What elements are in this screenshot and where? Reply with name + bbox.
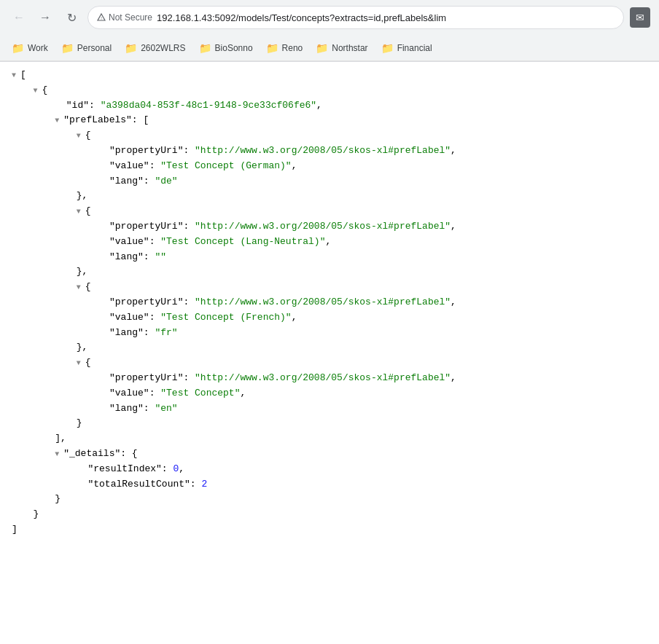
pl0-val: "Test Concept (German)": [160, 160, 291, 171]
pl1-uri-value: "http://www.w3.org/2008/05/skos-xl#prefL…: [195, 221, 451, 232]
object-close: }: [12, 507, 647, 522]
pl0-close: },: [12, 189, 647, 204]
json-viewer: [ { "id": "a398da04-853f-48c1-9148-9ce33…: [0, 62, 659, 644]
pl0-lang-val: "de": [155, 176, 177, 186]
preflabels-key: "prefLabels": [: [12, 113, 647, 128]
pl0-toggle[interactable]: [77, 130, 85, 142]
bookmark-personal[interactable]: 📁 Personal: [55, 39, 117, 57]
bookmark-biosonno[interactable]: 📁 BioSonno: [193, 39, 259, 57]
not-secure-label: Not Secure: [109, 12, 152, 23]
bookmark-work[interactable]: 📁 Work: [6, 39, 54, 57]
id-value: "a398da04-853f-48c1-9148-9ce33cf06fe6": [101, 100, 316, 111]
folder-icon: 📁: [316, 42, 328, 54]
obj-toggle[interactable]: [34, 85, 42, 97]
pl1-toggle[interactable]: [77, 206, 85, 218]
details-toggle[interactable]: [55, 449, 63, 460]
preflabel-1-open: {: [12, 204, 647, 219]
pl3-close: }: [12, 416, 647, 431]
result-index-field: "resultIndex": 0,: [12, 462, 647, 477]
details-key: "_details": {: [12, 447, 647, 462]
folder-icon: 📁: [199, 42, 211, 54]
reload-button[interactable]: ↻: [61, 7, 82, 28]
pl2-val: "Test Concept (French)": [160, 312, 291, 323]
preflabels-close: ],: [12, 431, 647, 447]
preflabel-2-open: {: [12, 280, 647, 295]
pl2-close: },: [12, 340, 647, 356]
pl2-lang-val: "fr": [155, 327, 177, 338]
warning-icon: !: [97, 13, 106, 22]
root-array-close: ]: [12, 522, 647, 538]
preflabel-3-open: {: [12, 356, 647, 371]
pl3-lang: "lang": "en": [12, 401, 647, 417]
pl3-uri-value: "http://www.w3.org/2008/05/skos-xl#prefL…: [195, 372, 451, 383]
svg-text:!: !: [101, 16, 102, 20]
pl0-uri-value: "http://www.w3.org/2008/05/skos-xl#prefL…: [195, 145, 451, 156]
bookmark-northstar[interactable]: 📁 Northstar: [310, 39, 373, 57]
bookmark-label: Personal: [77, 43, 112, 53]
total-result-count-value: 2: [201, 479, 207, 490]
bookmarks-bar: 📁 Work 📁 Personal 📁 2602WLRS 📁 BioSonno …: [0, 35, 659, 61]
bookmark-financial[interactable]: 📁 Financial: [375, 39, 438, 57]
back-button[interactable]: ←: [9, 7, 29, 28]
pl1-lang-val: "": [155, 251, 166, 262]
id-field: "id": "a398da04-853f-48c1-9148-9ce33cf06…: [12, 98, 647, 114]
object-open: {: [12, 83, 647, 98]
pl2-propertyUri: "propertyUri": "http://www.w3.org/2008/0…: [12, 295, 647, 310]
folder-icon: 📁: [381, 42, 394, 54]
bookmark-label: Financial: [397, 43, 432, 53]
pl2-uri-value: "http://www.w3.org/2008/05/skos-xl#prefL…: [195, 297, 451, 307]
pl3-value: "value": "Test Concept",: [12, 386, 647, 401]
folder-icon: 📁: [125, 42, 137, 54]
details-close: }: [12, 492, 647, 507]
browser-chrome: ← → ↻ ! Not Secure 192.168.1.43:5092/mod…: [0, 0, 659, 62]
preflabels-toggle[interactable]: [55, 115, 63, 127]
pl0-lang: "lang": "de": [12, 174, 647, 189]
bookmark-label: BioSonno: [215, 43, 253, 53]
bookmark-label: 2602WLRS: [141, 43, 185, 53]
pl1-value: "value": "Test Concept (Lang-Neutral)",: [12, 235, 647, 250]
pl1-lang: "lang": "": [12, 250, 647, 265]
bookmark-label: Work: [28, 43, 48, 53]
bookmark-label: Reno: [282, 43, 303, 53]
pl2-toggle[interactable]: [77, 282, 85, 294]
pl3-toggle[interactable]: [77, 358, 85, 369]
url-display: 192.168.1.43:5092/models/Test/concepts?e…: [157, 12, 446, 23]
pl2-lang: "lang": "fr": [12, 326, 647, 341]
bookmark-reno[interactable]: 📁 Reno: [260, 39, 309, 57]
root-toggle[interactable]: [12, 70, 20, 82]
pl3-val: "Test Concept": [160, 388, 240, 398]
forward-button[interactable]: →: [35, 7, 55, 28]
pl2-value: "value": "Test Concept (French)",: [12, 310, 647, 326]
pl3-lang-val: "en": [155, 403, 177, 414]
pl1-close: },: [12, 264, 647, 280]
folder-icon: 📁: [266, 42, 278, 54]
preflabel-0-open: {: [12, 128, 647, 144]
pl1-propertyUri: "propertyUri": "http://www.w3.org/2008/0…: [12, 219, 647, 235]
pl0-value: "value": "Test Concept (German)",: [12, 159, 647, 174]
folder-icon: 📁: [61, 42, 74, 54]
folder-icon: 📁: [12, 42, 24, 54]
bookmark-label: Northstar: [332, 43, 367, 53]
pl3-propertyUri: "propertyUri": "http://www.w3.org/2008/0…: [12, 371, 647, 386]
pl0-propertyUri: "propertyUri": "http://www.w3.org/2008/0…: [12, 144, 647, 159]
not-secure-badge: ! Not Secure: [97, 12, 152, 23]
root-array-open: [: [12, 68, 647, 83]
address-bar[interactable]: ! Not Secure 192.168.1.43:5092/models/Te…: [87, 6, 624, 29]
pl1-val: "Test Concept (Lang-Neutral)": [160, 236, 325, 247]
bookmark-2602wlrs[interactable]: 📁 2602WLRS: [119, 39, 191, 57]
mailbox-icon[interactable]: ✉: [630, 7, 650, 28]
nav-bar: ← → ↻ ! Not Secure 192.168.1.43:5092/mod…: [0, 0, 659, 35]
total-result-count-field: "totalResultCount": 2: [12, 477, 647, 492]
